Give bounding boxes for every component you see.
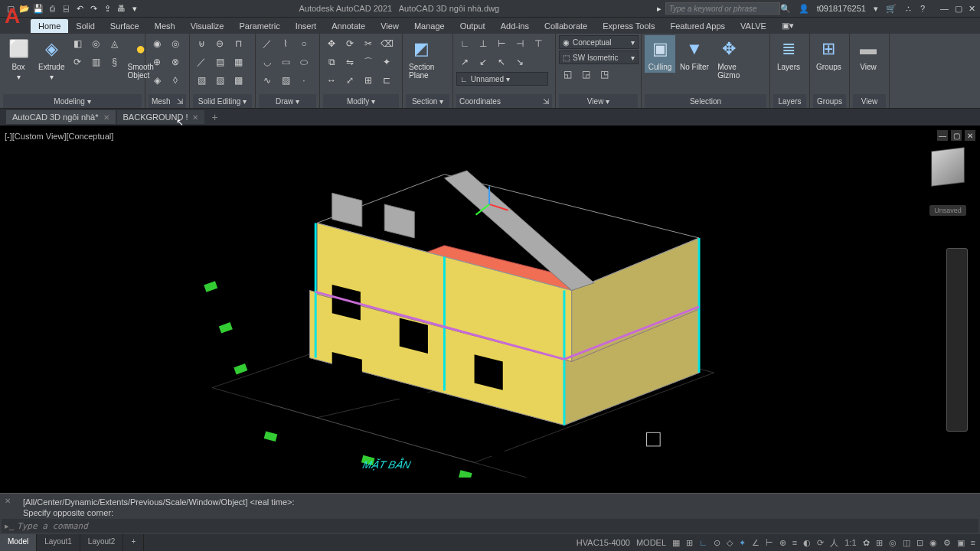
- section-plane-button[interactable]: ◩ Section Plane: [406, 35, 437, 81]
- ucs3-icon[interactable]: ⊢: [493, 35, 510, 52]
- snap-icon[interactable]: ⊞: [686, 538, 693, 548]
- culling-button[interactable]: ▣ Culling: [645, 35, 675, 73]
- spline-icon[interactable]: ∿: [259, 72, 276, 89]
- presspull-icon[interactable]: ▥: [87, 54, 104, 70]
- point-icon[interactable]: ∙: [296, 72, 312, 89]
- app-switcher-icon[interactable]: ⛬: [904, 4, 913, 13]
- ucs5-icon[interactable]: ⊤: [530, 35, 547, 52]
- mirror-icon[interactable]: ⇋: [341, 54, 358, 70]
- viewport-label[interactable]: [-][Custom View][Conceptual]: [5, 132, 113, 141]
- osnap-icon[interactable]: ◇: [727, 538, 733, 548]
- navigation-bar[interactable]: [946, 248, 968, 432]
- panel-label-coordinates[interactable]: Coordinates⇲: [456, 94, 552, 108]
- rotate-icon[interactable]: ⟳: [341, 35, 358, 52]
- tab-addins[interactable]: Add-ins: [493, 19, 537, 33]
- panel-label-view[interactable]: View ▾: [559, 94, 638, 108]
- revolve-icon[interactable]: ◎: [87, 35, 104, 52]
- file-tab-1[interactable]: BACKGROUND !✕: [117, 110, 205, 124]
- drawing-viewport[interactable]: [-][Custom View][Conceptual] — ▢ ✕ Unsav…: [0, 126, 980, 493]
- dyn-icon[interactable]: ⊕: [779, 538, 786, 548]
- custom-icon[interactable]: ≡: [971, 538, 975, 547]
- redo-icon[interactable]: ↷: [87, 2, 100, 15]
- thicken-icon[interactable]: ▤: [211, 54, 228, 70]
- scale-label[interactable]: 1:1: [844, 538, 856, 547]
- tab-view[interactable]: View: [373, 19, 407, 33]
- copy-icon[interactable]: ⧉: [323, 54, 340, 70]
- tab-featured[interactable]: Featured Apps: [663, 19, 733, 33]
- loft-icon[interactable]: ◬: [106, 35, 122, 52]
- union-icon[interactable]: ⊎: [193, 35, 210, 52]
- sweep-icon[interactable]: ⟳: [69, 54, 86, 70]
- move-gizmo-button[interactable]: ✥ Move Gizmo: [714, 35, 744, 81]
- plot-icon[interactable]: ⌸: [60, 2, 72, 15]
- close-icon[interactable]: ✕: [969, 4, 975, 14]
- tab-focus-icon[interactable]: ▣▾: [774, 18, 802, 33]
- shell-icon[interactable]: ▩: [230, 72, 247, 89]
- ducs-icon[interactable]: ⊢: [766, 538, 773, 548]
- tab-insert[interactable]: Insert: [288, 19, 325, 33]
- workspace-icon[interactable]: ⊞: [876, 538, 883, 548]
- tab-surface[interactable]: Surface: [103, 19, 147, 33]
- transparency-icon[interactable]: ◐: [803, 538, 811, 548]
- stretch-icon[interactable]: ↔: [323, 72, 340, 89]
- layout-tab-2[interactable]: Layout2: [80, 534, 124, 551]
- anno-icon[interactable]: 人: [830, 537, 838, 549]
- tab-home[interactable]: Home: [31, 19, 68, 33]
- tab-manage[interactable]: Manage: [407, 19, 452, 33]
- search-arrow-icon[interactable]: ▸: [653, 2, 665, 15]
- ucs-named-dropdown[interactable]: ∟Unnamed ▾: [456, 72, 548, 86]
- ucs9-icon[interactable]: ↘: [511, 54, 528, 70]
- panel-label-draw[interactable]: Draw ▾: [259, 94, 316, 108]
- save-icon[interactable]: 💾: [32, 2, 44, 15]
- tab-mesh[interactable]: Mesh: [147, 19, 183, 33]
- move-icon[interactable]: ✥: [323, 35, 340, 52]
- tab-express[interactable]: Express Tools: [595, 19, 662, 33]
- status-hvac[interactable]: HVAC15-4000: [577, 538, 630, 547]
- units-icon[interactable]: ◫: [903, 538, 910, 548]
- ucs8-icon[interactable]: ↖: [493, 54, 510, 70]
- tab-valve[interactable]: VALVE: [733, 19, 774, 33]
- polyline-icon[interactable]: ⌇: [277, 35, 294, 52]
- search-icon[interactable]: 🔍: [780, 4, 791, 14]
- ellipse-icon[interactable]: ⬭: [296, 54, 312, 70]
- annomon-icon[interactable]: ◎: [889, 538, 897, 548]
- command-input[interactable]: Type a command: [17, 521, 975, 531]
- mesh1-icon[interactable]: ◉: [149, 35, 165, 52]
- app-logo-icon[interactable]: A: [5, 4, 28, 34]
- user-dd-icon[interactable]: ▾: [874, 4, 878, 14]
- helix-icon[interactable]: §: [106, 54, 122, 70]
- tab-collaborate[interactable]: Collaborate: [537, 19, 595, 33]
- view-c-icon[interactable]: ◳: [596, 66, 612, 83]
- box-button[interactable]: ⬜ Box▾: [3, 35, 34, 83]
- otrack-icon[interactable]: ∠: [752, 538, 760, 548]
- array-icon[interactable]: ⊞: [360, 72, 377, 89]
- no-filter-button[interactable]: ▼ No Filter: [677, 35, 712, 73]
- cmd-close-icon[interactable]: ✕: [5, 497, 11, 505]
- explode-icon[interactable]: ✦: [378, 54, 395, 70]
- panel-label-modeling[interactable]: Modeling ▾: [3, 94, 142, 108]
- mesh3-icon[interactable]: ⊕: [149, 54, 165, 70]
- intersect-icon[interactable]: ⊓: [230, 35, 247, 52]
- ortho-icon[interactable]: ∟: [699, 538, 707, 547]
- cart-icon[interactable]: 🛒: [886, 4, 897, 14]
- scale-icon[interactable]: ⤢: [341, 72, 358, 89]
- panel-label-view2[interactable]: View: [853, 94, 886, 108]
- mesh6-icon[interactable]: ◊: [167, 72, 184, 89]
- vp-maximize-icon[interactable]: ▢: [951, 130, 962, 141]
- mesh5-icon[interactable]: ◈: [149, 72, 165, 89]
- view2-button[interactable]: ▬ View: [853, 35, 884, 73]
- ucs2-icon[interactable]: ⊥: [475, 35, 492, 52]
- cycle-icon[interactable]: ⟳: [817, 538, 824, 548]
- circle-icon[interactable]: ○: [296, 35, 312, 52]
- imprint-icon[interactable]: ▦: [230, 54, 247, 70]
- line-icon[interactable]: ／: [259, 35, 276, 52]
- file-tab-1-close-icon[interactable]: ✕: [192, 113, 198, 122]
- hatch-icon[interactable]: ▨: [277, 72, 294, 89]
- tab-annotate[interactable]: Annotate: [324, 19, 373, 33]
- clean-icon[interactable]: ▣: [957, 538, 965, 548]
- layout-tab-1[interactable]: Layout1: [37, 534, 80, 551]
- layout-tab-add-icon[interactable]: +: [123, 534, 144, 551]
- slice-icon[interactable]: ／: [193, 54, 210, 70]
- offset2-icon[interactable]: ⊏: [378, 72, 395, 89]
- isolate-icon[interactable]: ◉: [929, 538, 937, 548]
